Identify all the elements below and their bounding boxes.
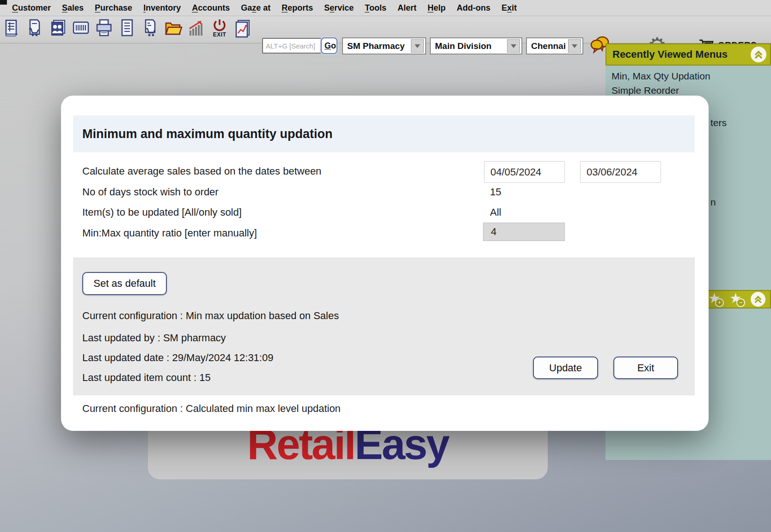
collapse-recent-button[interactable]: [751, 47, 766, 62]
bill-icon: [3, 18, 20, 38]
menu-item-inventory[interactable]: Inventory: [143, 3, 181, 13]
recently-viewed-list: Min, Max Qty Updation Simple Reorder: [612, 69, 710, 97]
menu-item-help[interactable]: Help: [428, 3, 446, 13]
exit-power-icon: [212, 18, 227, 32]
store-select-value: SM Pharmacy: [343, 41, 411, 51]
bill-button[interactable]: [3, 18, 20, 42]
footer-configuration-line: Current configuration : Calculated min m…: [82, 403, 341, 415]
chevron-down-icon: [511, 44, 516, 48]
exit-icon-label: EXIT: [213, 32, 226, 37]
report-chart-button[interactable]: [234, 18, 251, 42]
global-search-input[interactable]: [262, 38, 321, 54]
current-configuration-line: Current configuration : Min max updation…: [82, 310, 339, 322]
sales-bill-button[interactable]: [26, 18, 43, 42]
chevron-down-icon: [572, 44, 577, 48]
menu-item-tools[interactable]: Tools: [365, 3, 386, 13]
dialog-footer: Current configuration : Calculated min m…: [73, 395, 695, 422]
exit-button[interactable]: Exit: [613, 357, 678, 379]
toolbar-icon-group: EXIT: [3, 18, 251, 42]
sidebar-item-partially-hidden-2[interactable]: n: [710, 197, 716, 208]
store-select-arrow[interactable]: [411, 39, 424, 53]
location-select-arrow[interactable]: [568, 39, 581, 53]
menu-item-customer[interactable]: Customer: [12, 3, 51, 13]
division-select-arrow[interactable]: [507, 39, 520, 53]
documents-folder-button[interactable]: [165, 18, 182, 42]
remove-favourite-button[interactable]: ★ −: [729, 292, 744, 307]
menu-item-purchase[interactable]: Purchase: [95, 3, 132, 13]
dialog-form: Calculate average sales based on the dat…: [73, 152, 695, 258]
update-button[interactable]: Update: [533, 357, 598, 379]
division-select[interactable]: Main Division: [430, 37, 522, 54]
chevron-up-double-icon: [753, 49, 764, 60]
min-max-ratio-input[interactable]: [483, 223, 565, 241]
menu-item-accounts[interactable]: Accounts: [192, 3, 230, 13]
store-select[interactable]: SM Pharmacy: [342, 37, 426, 54]
collapse-favourites-button[interactable]: [751, 292, 765, 307]
location-select-value: Chennai: [527, 41, 568, 51]
from-date-input[interactable]: [484, 161, 565, 183]
folder-icon: [164, 18, 183, 38]
barcode-button[interactable]: [72, 18, 90, 42]
to-date-input[interactable]: [580, 161, 661, 183]
dialog-body: Minimum and maximum quantity updation Ca…: [73, 115, 695, 422]
customers-icon: [49, 18, 67, 38]
chevron-down-icon: [415, 44, 420, 48]
minus-badge-icon: −: [736, 298, 745, 307]
last-updated-count-line: Last updated item count : 15: [82, 372, 211, 384]
app-window: Customer Sales Purchase Inventory Accoun…: [0, 0, 771, 532]
sales-graph-button[interactable]: [188, 18, 205, 42]
min-max-ratio-label: Min:Max quantity ratio [enter manually]: [82, 227, 257, 239]
menu-item-sales[interactable]: Sales: [62, 3, 84, 13]
menu-item-reports[interactable]: Reports: [281, 3, 313, 13]
items-updated-label: Item(s) to be updated [All/only sold]: [82, 206, 242, 218]
menu-item-exit[interactable]: Exit: [502, 3, 517, 13]
menu-item-add-ons[interactable]: Add-ons: [457, 3, 490, 13]
division-select-value: Main Division: [431, 41, 507, 51]
recently-viewed-title: Recently Viewed Menus: [612, 48, 751, 60]
report-chart-icon: [234, 18, 251, 39]
last-updated-date-line: Last updated date : 29/May/2024 12:31:09: [82, 352, 273, 364]
sidebar-item-min-max-qty-updation[interactable]: Min, Max Qty Updation: [612, 69, 710, 83]
print-button[interactable]: [95, 18, 113, 42]
set-as-default-button[interactable]: Set as default: [82, 272, 167, 295]
chevron-up-double-icon: [753, 295, 763, 304]
add-favourite-button[interactable]: ★ +: [708, 292, 723, 307]
plus-badge-icon: +: [715, 298, 724, 307]
dates-between-label: Calculate average sales based on the dat…: [82, 165, 321, 177]
sidebar-item-partially-hidden-1[interactable]: ters: [710, 117, 727, 128]
window-notch: [0, 0, 7, 5]
customers-button[interactable]: [49, 18, 67, 42]
min-max-updation-dialog: Minimum and maximum quantity updation Ca…: [61, 96, 709, 431]
recently-viewed-header: Recently Viewed Menus: [606, 43, 771, 66]
menu-item-service[interactable]: Service: [324, 3, 354, 13]
sales-graph-icon: [187, 18, 206, 38]
items-updated-value: All: [490, 206, 501, 218]
barcode-icon: [72, 18, 90, 38]
stock-list-button[interactable]: [118, 18, 136, 42]
purchase-order-button[interactable]: [141, 18, 159, 42]
menu-item-gaze-at[interactable]: Gaze at: [241, 3, 270, 13]
purchase-cart-icon: [142, 18, 159, 38]
last-updated-by-line: Last updated by : SM pharmacy: [82, 332, 226, 344]
menu-item-alert[interactable]: Alert: [398, 3, 416, 13]
location-select[interactable]: Chennai: [526, 37, 583, 54]
dialog-header: Minimum and maximum quantity updation: [73, 115, 695, 152]
days-stock-value: 15: [490, 186, 501, 198]
toolbar: EXIT Go SM Pharmacy Main Division Chenna…: [0, 16, 771, 43]
dialog-title: Minimum and maximum quantity updation: [82, 127, 333, 141]
sidebar-item-simple-reorder[interactable]: Simple Reorder: [612, 84, 710, 97]
sales-cart-icon: [26, 18, 43, 38]
exit-app-button[interactable]: EXIT: [211, 18, 228, 42]
go-button[interactable]: Go: [321, 37, 337, 54]
stock-list-icon: [119, 18, 135, 38]
menu-bar: Customer Sales Purchase Inventory Accoun…: [0, 0, 771, 16]
days-stock-label: No of days stock wish to order: [82, 186, 219, 198]
printer-icon: [95, 18, 113, 38]
dialog-config-section: Set as default Current configuration : M…: [73, 258, 695, 395]
